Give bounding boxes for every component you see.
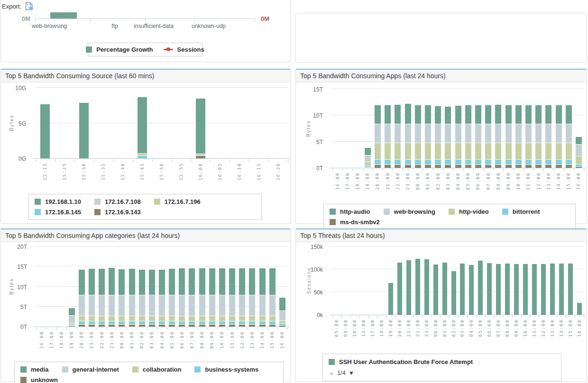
segment-http-video[interactable] [505,143,512,159]
segment-unknown[interactable] [129,324,135,327]
segment-media[interactable] [169,268,175,295]
segment-general-internet[interactable] [219,295,225,316]
segment-general-internet[interactable] [129,295,135,316]
segment-ms-ds-smbv2[interactable] [365,167,371,168]
segment-general-internet[interactable] [179,295,185,316]
segment-unknown[interactable] [119,324,125,327]
segment-http-video[interactable] [375,143,381,159]
bar-19:00[interactable] [69,308,75,327]
bar-07:00[interactable] [496,264,501,315]
bar-08:00[interactable] [199,268,205,327]
segment-bittorrent[interactable] [515,159,522,164]
segment-http-video[interactable] [515,143,522,159]
segment-business-systems[interactable] [229,321,235,324]
segment-collaboration[interactable] [209,316,215,321]
segment-general-internet[interactable] [259,295,266,316]
bar-08:00[interactable] [505,263,510,315]
bar-11:00[interactable] [229,268,235,327]
segment-business-systems[interactable] [209,321,215,324]
bar-15:15[interactable] [40,104,50,158]
bar-14:00[interactable] [556,105,562,168]
segment-business-systems[interactable] [69,325,75,326]
segment-SSH User Authentication Brute Force Attempt[interactable] [559,263,564,315]
bar-16:00[interactable] [196,98,205,158]
segment-business-systems[interactable] [149,321,155,324]
segment-web-browsing[interactable] [566,124,572,143]
segment-unknown[interactable] [259,324,266,327]
legend-item-172.16.7.108[interactable]: 172.16.7.108 [94,198,141,205]
bar-09:00[interactable] [505,105,512,168]
segment-business-systems[interactable] [239,321,245,324]
segment-SSH User Authentication Brute Force Attempt[interactable] [496,264,501,315]
legend-item-http-video[interactable]: http-video [449,208,489,215]
bar-05:00[interactable] [478,260,483,315]
legend-item-unknown[interactable]: unknown [20,376,58,383]
pdf-export-icon[interactable] [25,2,33,10]
segment-http-video[interactable] [455,143,461,159]
segment-bittorrent[interactable] [365,166,371,167]
segment-http-audio[interactable] [435,106,441,124]
segment-172.16.7.196[interactable] [138,153,147,155]
segment-SSH User Authentication Brute Force Attempt[interactable] [442,262,447,315]
segment-web-browsing[interactable] [405,124,411,143]
bar-19:00[interactable] [365,147,371,168]
segment-bittorrent[interactable] [415,159,421,164]
segment-unknown[interactable] [159,324,165,327]
segment-unknown[interactable] [169,324,175,327]
segment-ms-ds-smbv2[interactable] [475,164,481,168]
segment-192.168.1.10[interactable] [79,102,89,158]
bar-12:00[interactable] [541,264,546,315]
segment-media[interactable] [79,269,85,295]
segment-bittorrent[interactable] [385,159,391,164]
segment-SSH User Authentication Brute Force Attempt[interactable] [577,302,582,315]
segment-ms-ds-smbv2[interactable] [385,164,391,168]
segment-web-browsing[interactable] [485,124,491,143]
segment-business-systems[interactable] [249,321,255,324]
segment-media[interactable] [99,268,105,295]
legend-item-172.16.9.143[interactable]: 172.16.9.143 [94,209,141,216]
segment-collaboration[interactable] [79,316,85,321]
segment-collaboration[interactable] [169,316,175,321]
segment-web-browsing[interactable] [475,124,481,143]
segment-http-video[interactable] [545,143,551,159]
legend-item-172.16.7.196[interactable]: 172.16.7.196 [154,198,201,205]
bar-06:00[interactable] [487,263,492,315]
segment-bittorrent[interactable] [485,159,491,164]
segment-http-video[interactable] [415,143,421,159]
segment-SSH User Authentication Brute Force Attempt[interactable] [388,283,393,315]
bar-15:00[interactable] [568,263,573,315]
segment-web-browsing[interactable] [445,124,451,143]
segment-collaboration[interactable] [219,316,225,321]
bar-23:00[interactable] [424,259,429,315]
bar-02:00[interactable] [451,271,456,315]
segment-business-systems[interactable] [279,323,285,325]
bar-01:00[interactable] [425,105,431,168]
segment-general-internet[interactable] [209,295,215,316]
growth-bar-web-browsing[interactable] [50,12,77,18]
segment-ms-ds-smbv2[interactable] [425,164,431,168]
segment-SSH User Authentication Brute Force Attempt[interactable] [487,263,492,315]
segment-web-browsing[interactable] [535,124,542,143]
legend-item-Percentage Growth[interactable]: Percentage Growth [86,46,153,53]
bar-14:00[interactable] [259,268,266,327]
segment-media[interactable] [159,269,165,295]
segment-media[interactable] [179,268,185,295]
segment-ms-ds-smbv2[interactable] [576,166,582,168]
segment-general-internet[interactable] [189,295,195,316]
segment-http-audio[interactable] [556,105,562,124]
segment-general-internet[interactable] [159,295,165,316]
segment-ms-ds-smbv2[interactable] [445,164,451,168]
segment-web-browsing[interactable] [395,124,401,143]
segment-media[interactable] [119,269,125,295]
segment-unknown[interactable] [279,325,285,327]
segment-SSH User Authentication Brute Force Attempt[interactable] [415,258,420,315]
bar-15:45[interactable] [138,97,147,158]
segment-http-video[interactable] [445,143,451,159]
segment-bittorrent[interactable] [405,159,411,164]
segment-ms-ds-smbv2[interactable] [525,164,532,168]
segment-collaboration[interactable] [229,316,235,321]
segment-web-browsing[interactable] [495,124,501,143]
segment-general-internet[interactable] [69,315,75,323]
segment-SSH User Authentication Brute Force Attempt[interactable] [460,263,465,315]
bar-16:00[interactable] [279,297,285,327]
